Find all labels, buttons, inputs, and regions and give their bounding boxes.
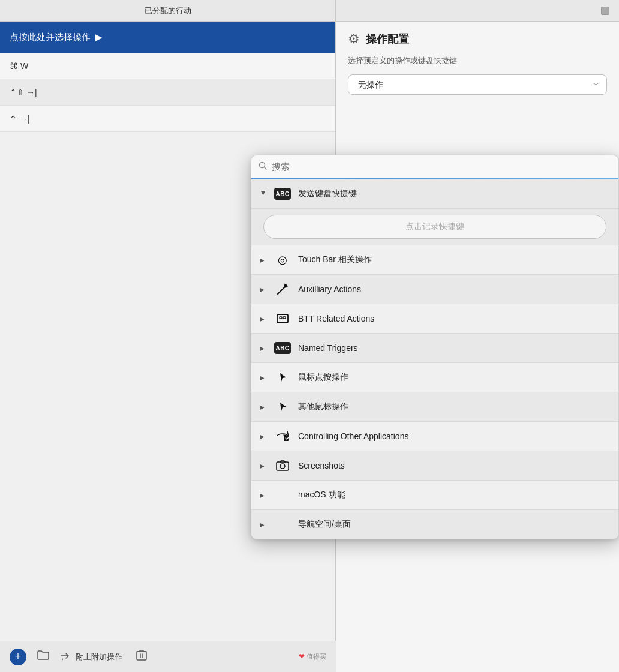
macos-icon [274, 487, 291, 503]
menu-item-other-mouse[interactable]: ▶ 其他鼠标操作 [251, 392, 618, 422]
expanded-section-label: 发送键盘快捷键 [298, 188, 357, 199]
menu-item-label-9: 导航空间/桌面 [298, 519, 351, 530]
svg-rect-3 [277, 314, 288, 323]
window-button[interactable] [601, 7, 609, 15]
menu-item-label-5: 其他鼠标操作 [298, 401, 348, 412]
watermark-text: 值得买 [307, 653, 326, 660]
menu-item-label-3: Named Triggers [298, 343, 358, 353]
selected-action-arrow: ▶ [95, 32, 103, 43]
folder-button[interactable] [34, 647, 53, 667]
watermark-icon: ❤ [299, 652, 305, 661]
menu-item-spaces[interactable]: ▶ 导航空间/桌面 [251, 510, 618, 539]
selected-action-label: 点按此处并选择操作 [10, 32, 91, 43]
action-row-3-text: ⌃ →| [10, 114, 30, 124]
add-icon: + [15, 650, 22, 663]
expanded-section: ▶ ABC 发送键盘快捷键 点击记录快捷键 [251, 179, 618, 245]
menu-item-btt[interactable]: ▶ BTT Related Actions [251, 304, 618, 334]
action-dropdown-wrapper[interactable]: 无操作 ﹀ [348, 74, 607, 95]
menu-item-macos[interactable]: ▶ macOS 功能 [251, 481, 618, 510]
attach-label: 附上附加操作 [76, 652, 122, 662]
action-row-1[interactable]: ⌘ W [0, 53, 335, 79]
left-panel-title: 已分配的行动 [145, 5, 191, 16]
left-panel-header: 已分配的行动 [0, 0, 335, 22]
menu-item-label-8: macOS 功能 [298, 490, 345, 500]
right-panel-title-row: ⚙ 操作配置 [336, 22, 619, 53]
search-icon [259, 161, 267, 172]
add-action-button[interactable]: + [10, 649, 26, 665]
svg-rect-4 [280, 317, 282, 319]
triangle-icon-2: ▶ [260, 316, 267, 322]
menu-item-label-1: Auxilliary Actions [298, 284, 361, 294]
expand-triangle-icon: ▶ [260, 190, 267, 197]
right-panel-subtitle: 选择预定义的操作或键盘快捷键 [336, 53, 619, 74]
watermark: ❤ 值得买 [299, 652, 326, 661]
svg-rect-0 [137, 652, 146, 660]
screenshots-icon [274, 457, 291, 474]
triangle-icon-4: ▶ [260, 374, 267, 381]
action-row-3[interactable]: ⌃ →| [0, 106, 335, 132]
triangle-icon-0: ▶ [260, 257, 267, 263]
svg-point-2 [285, 284, 287, 287]
menu-item-screenshots[interactable]: ▶ Screenshots [251, 451, 618, 481]
subtitle-text: 选择预定义的操作或键盘快捷键 [348, 56, 457, 65]
search-bar [251, 155, 618, 178]
triangle-icon-6: ▶ [260, 433, 267, 440]
svg-point-1 [260, 163, 265, 168]
menu-item-mouse-click[interactable]: ▶ 鼠标点按操作 [251, 363, 618, 392]
mouse-click-icon [274, 369, 291, 386]
other-mouse-icon [274, 398, 291, 415]
abc-icon: ABC [274, 188, 291, 200]
folder-icon [37, 650, 50, 664]
attach-icon [60, 650, 72, 663]
action-row-1-text: ⌘ W [10, 61, 28, 71]
menu-item-named-triggers[interactable]: ▶ ABC Named Triggers [251, 334, 618, 363]
svg-rect-5 [283, 317, 286, 319]
action-dropdown[interactable]: 无操作 [348, 74, 607, 95]
triangle-icon-1: ▶ [260, 286, 267, 293]
action-row-2-text: ⌃⇧ →| [10, 88, 37, 97]
attach-action-button[interactable]: 附上附加操作 [60, 647, 122, 667]
delete-action-button[interactable] [132, 647, 151, 667]
menu-item-label-4: 鼠标点按操作 [298, 372, 348, 383]
right-panel-title-text: 操作配置 [366, 32, 409, 46]
menu-item-label-2: BTT Related Actions [298, 314, 374, 323]
expanded-section-header[interactable]: ▶ ABC 发送键盘快捷键 [251, 179, 618, 209]
trash-icon [136, 649, 147, 664]
selected-action-row[interactable]: 点按此处并选择操作 ▶ [0, 22, 335, 53]
triangle-icon-8: ▶ [260, 492, 267, 499]
menu-item-touchbar[interactable]: ▶ ◎ Touch Bar 相关操作 [251, 245, 618, 275]
action-row-2[interactable]: ⌃⇧ →| [0, 79, 335, 106]
gear-icon: ⚙ [348, 31, 360, 47]
dropdown-row: 无操作 ﹀ [336, 74, 619, 104]
main-layout: 已分配的行动 点按此处并选择操作 ▶ ⌘ W ⌃⇧ →| ⌃ →| + [0, 0, 619, 672]
menu-item-label-7: Screenshots [298, 461, 345, 470]
left-toolbar: + 附上附加操作 [0, 641, 336, 672]
svg-rect-7 [277, 462, 289, 470]
record-shortcut-button[interactable]: 点击记录快捷键 [263, 215, 606, 239]
search-input[interactable] [272, 161, 611, 172]
svg-point-8 [280, 464, 285, 469]
spaces-icon [274, 516, 291, 533]
btt-icon [274, 310, 291, 327]
named-triggers-icon: ABC [274, 340, 291, 356]
keyboard-shortcut-icon: ABC [274, 185, 291, 202]
menu-item-auxiliary[interactable]: ▶ Auxilliary Actions [251, 275, 618, 304]
menu-item-label-6: Controlling Other Applications [298, 431, 408, 441]
triangle-icon-5: ▶ [260, 404, 267, 410]
triangle-icon-9: ▶ [260, 521, 267, 528]
record-btn-row: 点击记录快捷键 [251, 209, 618, 245]
controlling-apps-icon [274, 428, 291, 445]
right-panel-header [336, 0, 619, 22]
menu-items-list: ▶ ◎ Touch Bar 相关操作 ▶ Auxilliary Actions [251, 245, 618, 539]
menu-item-controlling-apps[interactable]: ▶ Controlling Other Applications [251, 422, 618, 451]
triangle-icon-3: ▶ [260, 345, 267, 352]
touchbar-icon: ◎ [274, 251, 291, 268]
triangle-icon-7: ▶ [260, 463, 267, 469]
abc-icon-2: ABC [274, 342, 291, 354]
menu-item-label-0: Touch Bar 相关操作 [298, 254, 372, 265]
auxiliary-icon [274, 281, 291, 298]
action-picker-popup: ▶ ABC 发送键盘快捷键 点击记录快捷键 ▶ ◎ Touch Bar 相关操作… [251, 155, 619, 539]
